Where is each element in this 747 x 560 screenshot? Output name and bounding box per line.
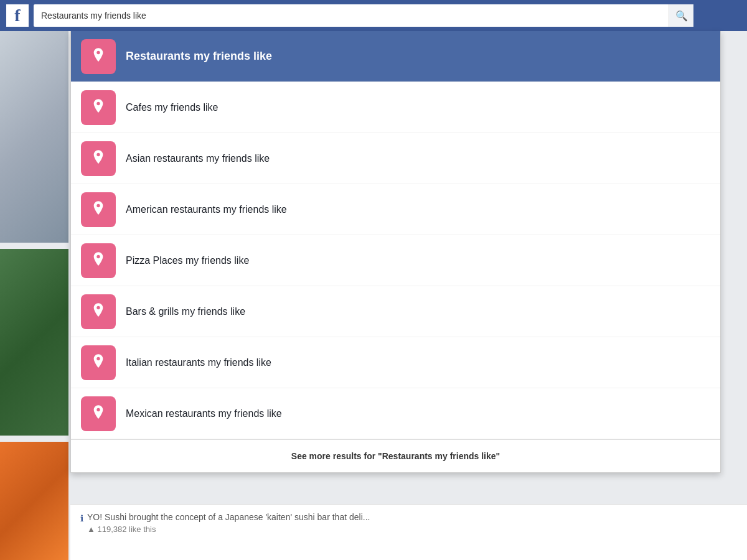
dropdown-item-2[interactable]: Asian restaurants my friends like	[71, 133, 720, 184]
location-icon-wrap-2	[81, 141, 116, 176]
bottom-likes-count: ▲ 119,382 like this	[87, 525, 370, 534]
dropdown-item-1[interactable]: Cafes my friends like	[71, 82, 720, 133]
search-bar-container: 🔍	[34, 4, 693, 27]
pin-icon-0	[92, 48, 105, 65]
pin-icon-4	[92, 252, 105, 269]
bottom-info-content: YO! Sushi brought the concept of a Japan…	[87, 512, 370, 534]
dropdown-item-6[interactable]: Italian restaurants my friends like	[71, 337, 720, 388]
location-icon-wrap-0	[81, 39, 116, 74]
dropdown-item-5[interactable]: Bars & grills my friends like	[71, 286, 720, 337]
dropdown-item-3[interactable]: American restaurants my friends like	[71, 184, 720, 235]
search-input[interactable]	[34, 4, 693, 27]
location-icon-wrap-1	[81, 90, 116, 125]
location-icon-wrap-5	[81, 294, 116, 329]
dropdown-item-7[interactable]: Mexican restaurants my friends like	[71, 388, 720, 439]
bg-image-architecture	[0, 31, 68, 243]
dropdown-item-label-0: Restaurants my friends like	[126, 50, 272, 63]
location-icon-wrap-7	[81, 396, 116, 431]
location-icon-wrap-4	[81, 243, 116, 278]
search-icon: 🔍	[675, 10, 688, 22]
bottom-info-text: YO! Sushi brought the concept of a Japan…	[87, 512, 370, 522]
pin-icon-6	[92, 354, 105, 371]
bg-image-orange	[0, 442, 68, 560]
dropdown-item-label-1: Cafes my friends like	[126, 102, 218, 113]
background-images	[0, 0, 68, 560]
search-button[interactable]: 🔍	[669, 4, 693, 27]
dropdown-item-4[interactable]: Pizza Places my friends like	[71, 235, 720, 286]
facebook-logo[interactable]: f	[6, 4, 29, 27]
dropdown-item-label-3: American restaurants my friends like	[126, 204, 287, 215]
dropdown-item-0[interactable]: Restaurants my friends like	[71, 31, 720, 82]
location-icon-wrap-3	[81, 192, 116, 227]
topbar: f 🔍	[0, 0, 747, 31]
pin-icon-2	[92, 150, 105, 167]
dropdown-item-label-6: Italian restaurants my friends like	[126, 357, 271, 368]
dropdown-item-label-4: Pizza Places my friends like	[126, 255, 249, 266]
pin-icon-1	[92, 99, 105, 116]
pin-icon-7	[92, 405, 105, 422]
dropdown-item-label-7: Mexican restaurants my friends like	[126, 408, 282, 419]
bg-image-people	[0, 249, 68, 436]
dropdown-item-label-5: Bars & grills my friends like	[126, 306, 245, 317]
info-icon: ℹ	[80, 513, 83, 523]
pin-icon-5	[92, 303, 105, 320]
dropdown-item-label-2: Asian restaurants my friends like	[126, 153, 270, 164]
see-more-results[interactable]: See more results for "Restaurants my fri…	[71, 439, 720, 472]
facebook-f-letter: f	[14, 7, 20, 24]
search-dropdown: Restaurants my friends like Cafes my fri…	[70, 31, 721, 473]
location-icon-wrap-6	[81, 345, 116, 380]
pin-icon-3	[92, 201, 105, 218]
bottom-info-bar: ℹ YO! Sushi brought the concept of a Jap…	[70, 504, 747, 560]
